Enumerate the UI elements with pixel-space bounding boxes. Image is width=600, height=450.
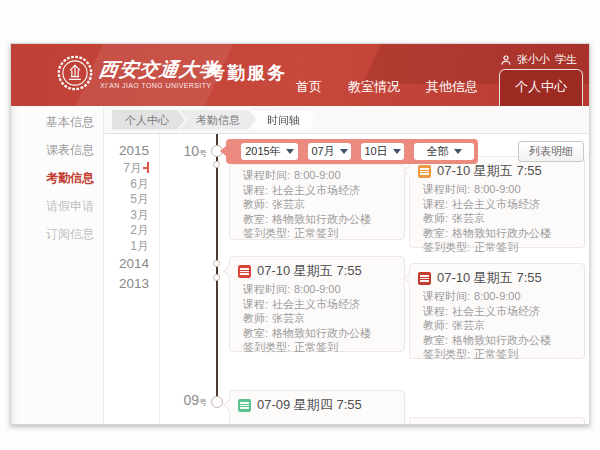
timeline-node xyxy=(213,260,220,267)
timeline-year-2014[interactable]: 2014 xyxy=(104,254,149,274)
sign-status-icon xyxy=(418,272,431,285)
chevron-down-icon xyxy=(286,149,294,154)
field-value: 格物致知行政办公楼 xyxy=(452,334,551,346)
field-value: 8:00-9:00 xyxy=(294,169,340,181)
field-value: 社会主义市场经济 xyxy=(452,305,540,317)
field-value: 8:00-9:00 xyxy=(294,283,340,295)
day-label-10[interactable]: 10号 xyxy=(166,143,207,159)
field-value: 正常签到 xyxy=(474,348,518,360)
field-label: 课程: xyxy=(423,305,448,317)
day-select-value: 10日 xyxy=(364,144,387,159)
breadcrumb-timeline[interactable]: 时间轴 xyxy=(250,110,316,130)
field-value: 格物致知行政办公楼 xyxy=(272,327,371,339)
app-title: 考勤服务 xyxy=(207,61,287,85)
sidebar-item-attendance-info[interactable]: 考勤信息 xyxy=(11,164,103,192)
nav-other-info[interactable]: 其他信息 xyxy=(413,78,491,106)
sign-status-icon xyxy=(418,165,431,178)
field-label: 教室: xyxy=(423,227,448,239)
timeline-month-1[interactable]: 1月 xyxy=(104,239,149,255)
timeline-year-2013[interactable]: 2013 xyxy=(104,274,149,294)
breadcrumb: 个人中心 考勤信息 时间轴 xyxy=(104,106,589,134)
user-role: 学生 xyxy=(555,52,577,67)
field-label: 课程: xyxy=(423,198,448,210)
card-date: 07-10 星期五 7:55 xyxy=(257,262,362,280)
chevron-down-icon xyxy=(393,149,401,154)
nav-home[interactable]: 首页 xyxy=(283,78,335,106)
sidebar-item-subscription-info[interactable]: 订阅信息 xyxy=(11,220,103,248)
field-label: 签到类型: xyxy=(243,341,290,353)
list-detail-button[interactable]: 列表明细 xyxy=(518,141,584,162)
field-label: 课程时间: xyxy=(423,290,470,302)
sign-status-icon xyxy=(238,399,251,412)
month-select[interactable]: 07月 xyxy=(308,143,351,160)
month-label: 7月 xyxy=(123,161,142,175)
user-icon xyxy=(500,54,512,66)
field-label: 教师: xyxy=(423,212,448,224)
breadcrumb-personal-center[interactable]: 个人中心 xyxy=(112,110,185,130)
chevron-down-icon xyxy=(340,149,348,154)
field-value: 社会主义市场经济 xyxy=(272,184,360,196)
breadcrumb-attendance-info[interactable]: 考勤信息 xyxy=(179,110,256,130)
year-select-value: 2015年 xyxy=(245,144,280,159)
sidebar-item-schedule-info[interactable]: 课表信息 xyxy=(11,136,103,164)
university-name-en: XI'AN JIAO TONG UNIVERSITY xyxy=(100,82,211,89)
app-window: 西安交通大学 XI'AN JIAO TONG UNIVERSITY 考勤服务 张… xyxy=(10,43,590,425)
attendance-card-row2-left[interactable]: 07-10 星期五 7:55 课程时间:8:00-9:00 课程:社会主义市场经… xyxy=(229,256,405,352)
university-emblem-icon xyxy=(57,55,93,91)
attendance-card-row3-left[interactable]: 07-09 星期四 7:55 xyxy=(229,390,405,425)
field-value: 正常签到 xyxy=(294,227,338,239)
field-value: 正常签到 xyxy=(474,241,518,253)
field-value: 张芸京 xyxy=(272,312,305,324)
nav-classroom-status[interactable]: 教室情况 xyxy=(335,78,413,106)
year-select[interactable]: 2015年 xyxy=(241,143,298,160)
month-select-value: 07月 xyxy=(311,144,334,159)
timeline-node xyxy=(213,161,220,168)
timeline-month-6[interactable]: 6月 xyxy=(104,177,149,193)
field-value: 8:00-9:00 xyxy=(474,290,520,302)
timeline-month-2[interactable]: 2月 xyxy=(104,223,149,239)
day-suffix: 号 xyxy=(199,149,207,158)
user-info[interactable]: 张小小 学生 xyxy=(500,52,577,67)
field-label: 课程: xyxy=(243,298,268,310)
attendance-card-row2-right[interactable]: 07-10 星期五 7:55 课程时间:8:00-9:00 课程:社会主义市场经… xyxy=(409,263,585,359)
field-value: 格物致知行政办公楼 xyxy=(452,227,551,239)
field-label: 签到类型: xyxy=(243,227,290,239)
sidebar: 基本信息 课表信息 考勤信息 请假申请 订阅信息 xyxy=(11,106,104,424)
field-label: 课程: xyxy=(243,184,268,196)
attendance-card-row1-right[interactable]: 07-10 星期五 7:55 课程时间:8:00-9:00 课程:社会主义市场经… xyxy=(409,156,585,248)
active-month-marker-icon xyxy=(143,162,149,173)
timeline-month-7[interactable]: 7月 xyxy=(104,161,149,177)
timeline-year-2015[interactable]: 2015 xyxy=(104,141,149,161)
field-value: 社会主义市场经济 xyxy=(452,198,540,210)
filter-bar: 2015年 07月 10日 全部 xyxy=(226,139,478,164)
day-number: 10 xyxy=(183,143,199,159)
field-value: 张芸京 xyxy=(272,198,305,210)
attendance-card-row1-left[interactable]: 课程时间:8:00-9:00 课程:社会主义市场经济 教师:张芸京 教室:格物致… xyxy=(229,164,405,240)
nav-personal-center[interactable]: 个人中心 xyxy=(499,69,583,106)
field-label: 课程时间: xyxy=(423,183,470,195)
sidebar-item-leave-request[interactable]: 请假申请 xyxy=(11,192,103,220)
field-value: 8:00-9:00 xyxy=(474,183,520,195)
day-label-09[interactable]: 09号 xyxy=(166,392,207,408)
timeline-month-3[interactable]: 3月 xyxy=(104,208,149,224)
sign-status-icon xyxy=(238,265,251,278)
field-label: 教师: xyxy=(243,312,268,324)
user-name: 张小小 xyxy=(517,52,550,67)
timeline-month-5[interactable]: 5月 xyxy=(104,192,149,208)
card-date: 07-10 星期五 7:55 xyxy=(437,162,542,180)
field-label: 签到类型: xyxy=(423,348,470,360)
field-value: 张芸京 xyxy=(452,212,485,224)
attendance-card-row3-right[interactable] xyxy=(409,417,585,425)
month-nav-divider xyxy=(159,134,160,424)
day-select[interactable]: 10日 xyxy=(361,143,404,160)
sidebar-item-basic-info[interactable]: 基本信息 xyxy=(11,108,103,136)
field-label: 签到类型: xyxy=(423,241,470,253)
field-label: 课程时间: xyxy=(243,169,290,181)
field-label: 教室: xyxy=(243,327,268,339)
field-value: 格物致知行政办公楼 xyxy=(272,213,371,225)
university-name-cn: 西安交通大学 xyxy=(97,57,221,83)
timeline-node xyxy=(213,274,220,281)
day-suffix: 号 xyxy=(199,398,207,407)
field-value: 社会主义市场经济 xyxy=(272,298,360,310)
type-select[interactable]: 全部 xyxy=(414,143,474,160)
